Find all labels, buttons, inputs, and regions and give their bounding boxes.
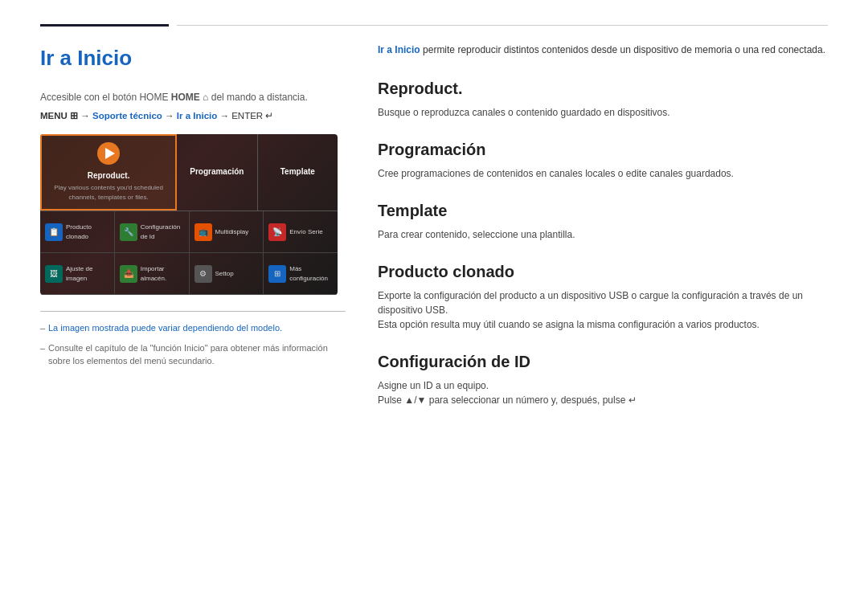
tv-inner: Reproduct. Play various contents you'd s… [40,134,338,295]
section-configuracion-id: Configuración de ID Asigne un ID a un eq… [378,349,828,407]
inicio-link: Ir a Inicio [177,111,218,121]
label-producto-clonado: Producto clonado [66,223,109,242]
heading-configuracion-id: Configuración de ID [378,349,828,374]
content-layout: Ir a Inicio Accesible con el botón HOME … [40,43,828,425]
icon-multidisplay: 📺 [194,223,212,241]
template-title: Template [280,166,315,178]
label-multidisplay: Multidisplay [215,227,249,237]
note-2-text: Consulte el capítulo de la "función Inic… [48,343,328,366]
heading-reproduct: Reproduct. [378,76,828,100]
tv-bottom-envio: 📡 Envío Serie [264,211,338,253]
programacion-title: Programación [190,166,244,178]
heading-producto-clonado: Producto clonado [378,260,828,284]
arrow3: → ENTER ↵ [219,111,273,121]
text-configuracion-id-2: Pulse ▲/▼ para seleccionar un número y, … [378,393,828,407]
tv-panel-programacion: Programación [177,134,257,210]
menu-label: MENU ⊞ [40,111,78,121]
arrow2: → [165,111,177,121]
access-text-label: Accesible con el botón HOME [40,92,168,103]
section-programacion: Programación Cree programaciones de cont… [378,137,828,181]
page-title: Ir a Inicio [40,43,346,74]
tv-bottom-row-1: 📋 Producto clonado 🔧 Configuración de Id… [40,211,338,253]
rule-dark [40,24,169,27]
text-template: Para crear contenido, seleccione una pla… [378,227,828,242]
access-suffix: del mando a distancia. [211,92,308,103]
section-reproduct: Reproduct. Busque o reproduzca canales o… [378,76,828,120]
notes-divider [40,311,346,312]
label-settop: Settop [215,269,234,279]
section-template: Template Para crear contenido, seleccion… [378,198,828,242]
intro-text: Ir a Inicio permite reproducir distintos… [378,43,828,57]
tv-bottom-importar: 📥 Importar almacén. [115,253,190,295]
left-column: Ir a Inicio Accesible con el botón HOME … [40,43,346,425]
label-masconfig: Más configuración [289,264,333,284]
tv-top-row: Reproduct. Play various contents you'd s… [40,134,338,211]
top-rules [40,24,828,27]
home-label: HOME ⌂ [171,92,209,103]
icon-settop: ⚙ [194,265,212,283]
tv-panel-template: Template [258,134,338,210]
tv-bottom-producto-clonado: 📋 Producto clonado [40,211,115,253]
icon-masconfig: ⊞ [268,265,286,283]
intro-highlight: Ir a Inicio [378,44,420,55]
note-1-text: La imagen mostrada puede variar dependie… [48,323,282,333]
soporte-link: Soporte técnico [92,111,162,121]
note-2: Consulte el capítulo de la "función Inic… [40,341,346,368]
label-config-id: Configuración de Id [141,223,184,242]
icon-envio: 📡 [268,223,286,241]
right-column: Ir a Inicio permite reproducir distintos… [378,43,828,425]
icon-config-id: 🔧 [120,223,137,241]
page-container: Ir a Inicio Accesible con el botón HOME … [0,0,868,457]
label-importar: Importar almacén. [141,264,184,284]
rule-light [177,25,828,26]
arrow1: → [80,111,92,121]
play-icon [97,142,120,165]
heading-programacion: Programación [378,137,828,161]
label-envio: Envío Serie [289,227,322,237]
icon-producto-clonado: 📋 [45,223,63,241]
intro-rest: permite reproducir distintos contenidos … [423,44,825,55]
tv-bottom-config-id: 🔧 Configuración de Id [115,211,190,253]
tv-panel-reproduct: Reproduct. Play various contents you'd s… [40,134,177,210]
play-triangle [105,148,115,159]
reproduct-subtitle: Play various contents you'd scheduledcha… [54,183,163,202]
tv-bottom-ajuste: 🖼 Ajuste de imagen [40,253,115,295]
tv-bottom-masconfig: ⊞ Más configuración [264,253,338,295]
icon-ajuste: 🖼 [45,265,63,283]
tv-bottom-multidisplay: 📺 Multidisplay [190,211,264,253]
text-reproduct: Busque o reproduzca canales o contenido … [378,105,828,120]
section-producto-clonado: Producto clonado Exporte la configuració… [378,260,828,332]
access-text: Accesible con el botón HOME HOME ⌂ del m… [40,90,346,104]
reproduct-title: Reproduct. [88,170,130,182]
label-ajuste: Ajuste de imagen [66,264,109,284]
text-programacion: Cree programaciones de contenidos en can… [378,166,828,181]
tv-bottom-row-2: 🖼 Ajuste de imagen 📥 Importar almacén. ⚙… [40,253,338,295]
text-configuracion-id-1: Asigne un ID a un equipo. [378,378,828,393]
icon-importar: 📥 [120,265,137,283]
heading-template: Template [378,198,828,223]
note-1: La imagen mostrada puede variar dependie… [40,321,346,335]
tv-bottom-settop: ⚙ Settop [190,253,264,295]
text-producto-clonado: Exporte la configuración del producto a … [378,288,828,332]
menu-path: MENU ⊞ → Soporte técnico → Ir a Inicio →… [40,109,346,123]
tv-screenshot: Reproduct. Play various contents you'd s… [40,134,338,295]
